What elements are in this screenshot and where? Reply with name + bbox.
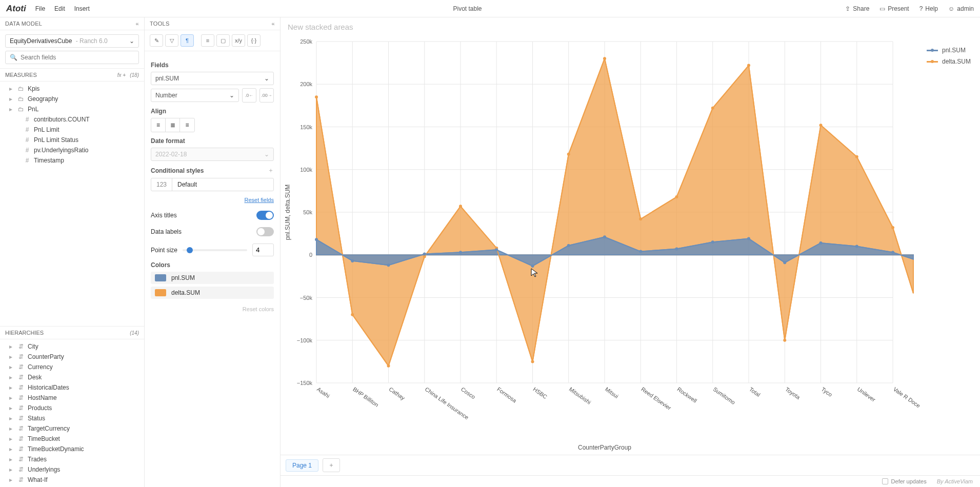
svg-point-45 — [675, 195, 678, 198]
data-labels-toggle[interactable] — [256, 227, 274, 236]
tab-page1[interactable]: Page 1 — [286, 459, 318, 472]
tool-brackets-icon[interactable]: {·} — [247, 34, 261, 47]
hierarchy-icon: ⇵ — [17, 415, 25, 422]
hierarchy-item[interactable]: ▸⇵Trades — [0, 454, 144, 464]
svg-point-67 — [855, 245, 858, 248]
axis-titles-toggle[interactable] — [256, 211, 274, 220]
fx-button[interactable]: fx + — [117, 72, 126, 78]
svg-point-61 — [639, 250, 642, 253]
defer-updates-checkbox[interactable] — [882, 478, 888, 484]
hierarchy-item[interactable]: ▸⇵CounterParty — [0, 352, 144, 362]
hash-icon: # — [24, 136, 31, 144]
share-icon: ⇪ — [845, 5, 850, 12]
reset-fields-link[interactable]: Reset fields — [245, 197, 274, 203]
svg-text:Sumitomo: Sumitomo — [712, 386, 736, 405]
svg-point-52 — [315, 238, 318, 241]
search-fields[interactable]: 🔍 — [5, 51, 139, 64]
menu-edit[interactable]: Edit — [54, 5, 65, 12]
svg-point-49 — [819, 124, 823, 127]
point-size-input[interactable] — [252, 244, 274, 256]
point-size-slider[interactable] — [183, 249, 247, 251]
svg-text:200k: 200k — [300, 81, 312, 87]
hierarchy-icon: ⇵ — [17, 425, 25, 432]
share-button[interactable]: ⇪Share — [845, 5, 869, 12]
measure-item[interactable]: ▸🗀Geography — [0, 94, 144, 104]
measure-item[interactable]: ▸🗀Kpis — [0, 84, 144, 94]
hierarchy-icon: ⇵ — [17, 374, 25, 381]
add-conditional-style-button[interactable]: ＋ — [268, 166, 274, 175]
tool-xy-icon[interactable]: x/y — [232, 34, 245, 47]
chart-title: New stacked areas — [281, 17, 980, 31]
defer-updates-label: Defer updates — [891, 478, 927, 484]
hierarchy-item[interactable]: ▸⇵What-If — [0, 475, 144, 485]
svg-text:BHP Billiton: BHP Billiton — [352, 386, 379, 408]
measure-item[interactable]: #PnL Limit Status — [0, 135, 144, 145]
align-left-button[interactable]: ≡ — [151, 118, 166, 132]
hierarchy-item[interactable]: ▸⇵HostName — [0, 393, 144, 403]
hierarchy-icon: ⇵ — [17, 404, 25, 412]
conditional-styles-label: Conditional styles — [151, 167, 204, 174]
menu-insert[interactable]: Insert — [74, 5, 90, 12]
format-select[interactable]: Number⌄ — [151, 89, 239, 102]
present-button[interactable]: ▭Present — [879, 5, 909, 12]
hierarchy-item[interactable]: ▸⇵City — [0, 341, 144, 352]
decimals-more-button[interactable]: .00→ — [259, 88, 274, 103]
legend-pnl[interactable]: pnl.SUM — [927, 47, 971, 54]
hierarchy-item[interactable]: ▸⇵TimeBucket — [0, 434, 144, 444]
collapse-tools-icon[interactable]: « — [272, 21, 275, 27]
measure-item[interactable]: #PnL Limit — [0, 125, 144, 135]
cube-selector[interactable]: EquityDerivativesCube - Ranch 6.0 ⌄ — [5, 34, 139, 48]
search-input[interactable] — [21, 54, 134, 61]
color-delta[interactable]: delta.SUM — [151, 287, 274, 299]
svg-point-42 — [567, 153, 570, 156]
user-menu[interactable]: ☺admin — [948, 5, 974, 12]
svg-point-53 — [351, 259, 354, 262]
reset-colors-link[interactable]: Reset colors — [151, 306, 274, 312]
decimals-less-button[interactable]: .0← — [242, 88, 256, 103]
hierarchy-item[interactable]: ▸⇵TimeBucketDynamic — [0, 444, 144, 454]
hierarchy-item[interactable]: ▸⇵HistoricalDates — [0, 382, 144, 393]
svg-point-57 — [495, 248, 498, 251]
conditional-style-row[interactable]: 123 Default — [151, 178, 274, 191]
hierarchy-item[interactable]: ▸⇵TargetCurrency — [0, 423, 144, 434]
date-format-select: 2022-02-18⌄ — [151, 148, 274, 161]
help-button[interactable]: ?Help — [919, 5, 938, 12]
hierarchy-item[interactable]: ▸⇵Products — [0, 403, 144, 413]
measure-item[interactable]: #pv.UnderlyingsRatio — [0, 145, 144, 155]
point-size-label: Point size — [151, 247, 177, 254]
tool-settings-icon[interactable]: ≡ — [201, 34, 214, 47]
menu-file[interactable]: File — [35, 5, 45, 12]
tool-grid-icon[interactable]: ▢ — [216, 34, 230, 47]
tools-panel: TOOLS « ✎ ▽ ¶ ≡ ▢ x/y {·} Fields pnl.SUM… — [145, 17, 281, 487]
svg-point-56 — [459, 251, 462, 254]
search-icon: 🔍 — [10, 54, 17, 61]
align-right-button[interactable]: ≡ — [180, 118, 194, 132]
hierarchy-item[interactable]: ▸⇵Status — [0, 413, 144, 423]
measure-item[interactable]: #Timestamp — [0, 155, 144, 166]
svg-point-47 — [747, 64, 750, 67]
svg-point-68 — [891, 251, 894, 254]
tool-edit-icon[interactable]: ✎ — [150, 34, 163, 47]
hierarchy-item[interactable]: ▸⇵Currency — [0, 362, 144, 372]
tool-filter-icon[interactable]: ▽ — [165, 34, 178, 47]
hierarchy-item[interactable]: ▸⇵Desk — [0, 372, 144, 382]
svg-text:150k: 150k — [300, 124, 312, 130]
color-pnl[interactable]: pnl.SUM — [151, 272, 274, 284]
hierarchy-item[interactable]: ▸⇵Underlyings — [0, 464, 144, 475]
measure-item[interactable]: #contributors.COUNT — [0, 114, 144, 125]
collapse-data-model-icon[interactable]: « — [136, 21, 139, 27]
tool-style-icon[interactable]: ¶ — [181, 34, 194, 47]
fields-label: Fields — [151, 62, 274, 69]
field-select[interactable]: pnl.SUM⌄ — [151, 72, 274, 85]
add-tab-button[interactable]: ＋ — [323, 458, 340, 472]
app-logo: Atoti — [6, 4, 26, 14]
legend-delta[interactable]: delta.SUM — [927, 58, 971, 65]
svg-point-46 — [711, 107, 714, 110]
folder-icon: 🗀 — [17, 85, 25, 92]
align-center-button[interactable]: ≣ — [166, 118, 180, 132]
main-area: New stacked areas −150k−100k−50k050k100k… — [281, 17, 980, 487]
measures-count: (18) — [130, 72, 139, 78]
svg-point-37 — [387, 364, 390, 368]
chevron-down-icon: ⌄ — [129, 37, 134, 45]
measure-item[interactable]: ▸🗀PnL — [0, 104, 144, 114]
